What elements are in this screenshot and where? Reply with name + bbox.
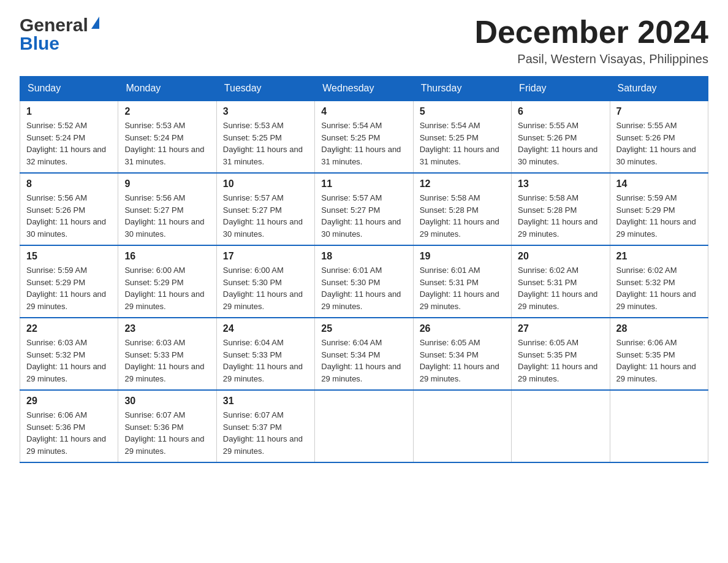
day-info: Sunrise: 5:55 AM Sunset: 5:26 PM Dayligh… <box>518 120 603 167</box>
calendar-cell: 7 Sunrise: 5:55 AM Sunset: 5:26 PM Dayli… <box>610 101 708 173</box>
day-info: Sunrise: 6:01 AM Sunset: 5:30 PM Dayligh… <box>321 264 406 312</box>
calendar-cell: 24 Sunrise: 6:04 AM Sunset: 5:33 PM Dayl… <box>216 318 314 390</box>
day-number: 12 <box>420 178 505 190</box>
day-info: Sunrise: 5:54 AM Sunset: 5:25 PM Dayligh… <box>321 120 406 167</box>
calendar-cell <box>413 390 511 462</box>
header-monday: Monday <box>118 77 216 101</box>
page-header: General Blue December 2024 Pasil, Wester… <box>20 15 708 66</box>
day-number: 27 <box>518 323 603 334</box>
day-info: Sunrise: 5:58 AM Sunset: 5:28 PM Dayligh… <box>420 192 505 240</box>
day-number: 31 <box>223 396 308 407</box>
calendar-cell: 4 Sunrise: 5:54 AM Sunset: 5:25 PM Dayli… <box>315 101 413 173</box>
calendar-cell <box>315 390 413 462</box>
day-info: Sunrise: 5:59 AM Sunset: 5:29 PM Dayligh… <box>616 192 702 240</box>
day-info: Sunrise: 5:57 AM Sunset: 5:27 PM Dayligh… <box>223 192 308 240</box>
day-info: Sunrise: 6:03 AM Sunset: 5:33 PM Dayligh… <box>124 337 210 385</box>
day-info: Sunrise: 5:53 AM Sunset: 5:25 PM Dayligh… <box>223 120 308 167</box>
calendar-week-row: 8 Sunrise: 5:56 AM Sunset: 5:26 PM Dayli… <box>20 173 708 245</box>
day-number: 29 <box>26 396 112 407</box>
day-info: Sunrise: 6:04 AM Sunset: 5:34 PM Dayligh… <box>321 337 406 385</box>
header-wednesday: Wednesday <box>315 77 413 101</box>
header-thursday: Thursday <box>413 77 511 101</box>
day-number: 13 <box>518 178 603 190</box>
day-number: 5 <box>420 106 505 117</box>
day-info: Sunrise: 6:07 AM Sunset: 5:36 PM Dayligh… <box>124 409 210 457</box>
day-number: 18 <box>321 251 406 262</box>
day-number: 30 <box>124 396 210 407</box>
day-info: Sunrise: 6:00 AM Sunset: 5:29 PM Dayligh… <box>124 264 210 312</box>
calendar-week-row: 29 Sunrise: 6:06 AM Sunset: 5:36 PM Dayl… <box>20 390 708 462</box>
day-info: Sunrise: 6:03 AM Sunset: 5:32 PM Dayligh… <box>26 337 112 385</box>
calendar-cell: 17 Sunrise: 6:00 AM Sunset: 5:30 PM Dayl… <box>216 245 314 318</box>
day-number: 15 <box>26 251 112 262</box>
day-info: Sunrise: 5:56 AM Sunset: 5:26 PM Dayligh… <box>26 192 112 240</box>
header-saturday: Saturday <box>610 77 708 101</box>
header-friday: Friday <box>512 77 610 101</box>
calendar-cell: 10 Sunrise: 5:57 AM Sunset: 5:27 PM Dayl… <box>216 173 314 245</box>
calendar-cell: 18 Sunrise: 6:01 AM Sunset: 5:30 PM Dayl… <box>315 245 413 318</box>
calendar-week-row: 1 Sunrise: 5:52 AM Sunset: 5:24 PM Dayli… <box>20 101 708 173</box>
calendar-cell: 25 Sunrise: 6:04 AM Sunset: 5:34 PM Dayl… <box>315 318 413 390</box>
day-number: 19 <box>420 251 505 262</box>
calendar-cell: 12 Sunrise: 5:58 AM Sunset: 5:28 PM Dayl… <box>413 173 511 245</box>
logo-blue-text: Blue <box>20 33 59 54</box>
day-number: 24 <box>223 323 308 334</box>
day-number: 16 <box>124 251 210 262</box>
day-info: Sunrise: 5:56 AM Sunset: 5:27 PM Dayligh… <box>124 192 210 240</box>
calendar-cell: 1 Sunrise: 5:52 AM Sunset: 5:24 PM Dayli… <box>20 101 118 173</box>
header-sunday: Sunday <box>20 77 118 101</box>
day-info: Sunrise: 6:07 AM Sunset: 5:37 PM Dayligh… <box>223 409 308 457</box>
logo-triangle-icon <box>91 17 99 29</box>
day-number: 21 <box>616 251 702 262</box>
calendar-header-row: SundayMondayTuesdayWednesdayThursdayFrid… <box>20 77 708 101</box>
day-info: Sunrise: 5:55 AM Sunset: 5:26 PM Dayligh… <box>616 120 702 167</box>
day-number: 8 <box>26 178 112 190</box>
calendar-cell: 14 Sunrise: 5:59 AM Sunset: 5:29 PM Dayl… <box>610 173 708 245</box>
day-info: Sunrise: 6:05 AM Sunset: 5:34 PM Dayligh… <box>420 337 505 385</box>
location-subtitle: Pasil, Western Visayas, Philippines <box>474 52 708 66</box>
calendar-cell: 19 Sunrise: 6:01 AM Sunset: 5:31 PM Dayl… <box>413 245 511 318</box>
day-number: 1 <box>26 106 112 117</box>
day-number: 4 <box>321 106 406 117</box>
day-info: Sunrise: 5:58 AM Sunset: 5:28 PM Dayligh… <box>518 192 603 240</box>
day-info: Sunrise: 6:01 AM Sunset: 5:31 PM Dayligh… <box>420 264 505 312</box>
day-number: 22 <box>26 323 112 334</box>
calendar-cell: 26 Sunrise: 6:05 AM Sunset: 5:34 PM Dayl… <box>413 318 511 390</box>
day-info: Sunrise: 5:57 AM Sunset: 5:27 PM Dayligh… <box>321 192 406 240</box>
day-number: 26 <box>420 323 505 334</box>
calendar-cell: 20 Sunrise: 6:02 AM Sunset: 5:31 PM Dayl… <box>512 245 610 318</box>
calendar-cell: 30 Sunrise: 6:07 AM Sunset: 5:36 PM Dayl… <box>118 390 216 462</box>
calendar-week-row: 22 Sunrise: 6:03 AM Sunset: 5:32 PM Dayl… <box>20 318 708 390</box>
calendar-table: SundayMondayTuesdayWednesdayThursdayFrid… <box>20 76 708 463</box>
calendar-cell: 5 Sunrise: 5:54 AM Sunset: 5:25 PM Dayli… <box>413 101 511 173</box>
day-number: 17 <box>223 251 308 262</box>
calendar-cell: 23 Sunrise: 6:03 AM Sunset: 5:33 PM Dayl… <box>118 318 216 390</box>
calendar-cell: 31 Sunrise: 6:07 AM Sunset: 5:37 PM Dayl… <box>216 390 314 462</box>
calendar-cell: 6 Sunrise: 5:55 AM Sunset: 5:26 PM Dayli… <box>512 101 610 173</box>
calendar-cell: 13 Sunrise: 5:58 AM Sunset: 5:28 PM Dayl… <box>512 173 610 245</box>
day-info: Sunrise: 6:06 AM Sunset: 5:35 PM Dayligh… <box>616 337 702 385</box>
day-number: 2 <box>124 106 210 117</box>
day-info: Sunrise: 5:53 AM Sunset: 5:24 PM Dayligh… <box>124 120 210 167</box>
calendar-week-row: 15 Sunrise: 5:59 AM Sunset: 5:29 PM Dayl… <box>20 245 708 318</box>
logo-general-text: General <box>20 15 88 36</box>
calendar-cell <box>512 390 610 462</box>
day-number: 23 <box>124 323 210 334</box>
day-number: 25 <box>321 323 406 334</box>
calendar-cell: 28 Sunrise: 6:06 AM Sunset: 5:35 PM Dayl… <box>610 318 708 390</box>
day-info: Sunrise: 6:02 AM Sunset: 5:32 PM Dayligh… <box>616 264 702 312</box>
day-number: 28 <box>616 323 702 334</box>
day-info: Sunrise: 5:59 AM Sunset: 5:29 PM Dayligh… <box>26 264 112 312</box>
header-tuesday: Tuesday <box>216 77 314 101</box>
calendar-cell: 29 Sunrise: 6:06 AM Sunset: 5:36 PM Dayl… <box>20 390 118 462</box>
day-number: 10 <box>223 178 308 190</box>
day-info: Sunrise: 6:04 AM Sunset: 5:33 PM Dayligh… <box>223 337 308 385</box>
day-number: 20 <box>518 251 603 262</box>
day-info: Sunrise: 6:05 AM Sunset: 5:35 PM Dayligh… <box>518 337 603 385</box>
day-info: Sunrise: 6:00 AM Sunset: 5:30 PM Dayligh… <box>223 264 308 312</box>
calendar-cell: 22 Sunrise: 6:03 AM Sunset: 5:32 PM Dayl… <box>20 318 118 390</box>
day-number: 14 <box>616 178 702 190</box>
calendar-cell: 15 Sunrise: 5:59 AM Sunset: 5:29 PM Dayl… <box>20 245 118 318</box>
calendar-cell: 16 Sunrise: 6:00 AM Sunset: 5:29 PM Dayl… <box>118 245 216 318</box>
day-info: Sunrise: 5:54 AM Sunset: 5:25 PM Dayligh… <box>420 120 505 167</box>
